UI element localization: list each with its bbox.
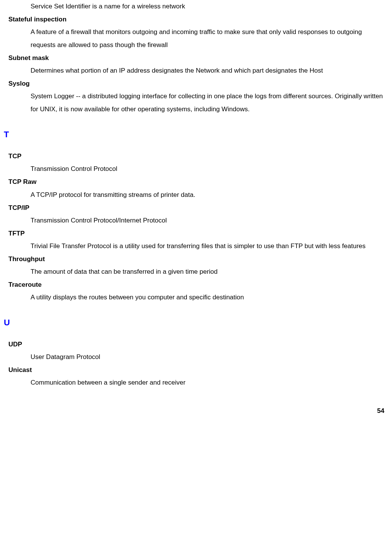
glossary-definition: The amount of data that can be transferr… <box>31 265 385 278</box>
glossary-definition: Transmission Control Protocol <box>31 162 385 175</box>
glossary-term: Stateful inspection <box>8 13 385 26</box>
glossary-definition: A utility displays the routes between yo… <box>31 291 385 304</box>
glossary-definition: Transmission Control Protocol/Internet P… <box>31 214 385 227</box>
glossary-definition: Trivial File Transfer Protocol is a util… <box>31 240 385 253</box>
section-heading-t: T <box>4 127 385 143</box>
glossary-definition: Communication between a single sender an… <box>31 376 385 389</box>
glossary-definition: User Datagram Protocol <box>31 351 385 364</box>
glossary-definition: Determines what portion of an IP address… <box>31 64 385 77</box>
glossary-term: TCP/IP <box>8 201 385 214</box>
glossary-term: Traceroute <box>8 278 385 291</box>
glossary-definition: A feature of a firewall that monitors ou… <box>31 26 385 52</box>
glossary-term: TFTP <box>8 227 385 240</box>
page-number: 54 <box>4 404 385 417</box>
section-heading-u: U <box>4 315 385 331</box>
glossary-definition: System Logger -- a distributed logging i… <box>31 90 385 116</box>
glossary-term: Unicast <box>8 364 385 376</box>
glossary-term: Throughput <box>8 253 385 265</box>
glossary-term: Syslog <box>8 77 385 90</box>
glossary-definition: A TCP/IP protocol for transmitting strea… <box>31 188 385 201</box>
glossary-term: UDP <box>8 338 385 351</box>
glossary-term: TCP Raw <box>8 175 385 188</box>
glossary-term: TCP <box>8 150 385 162</box>
glossary-definition: Service Set Identifier is a name for a w… <box>31 0 385 13</box>
glossary-term: Subnet mask <box>8 52 385 64</box>
